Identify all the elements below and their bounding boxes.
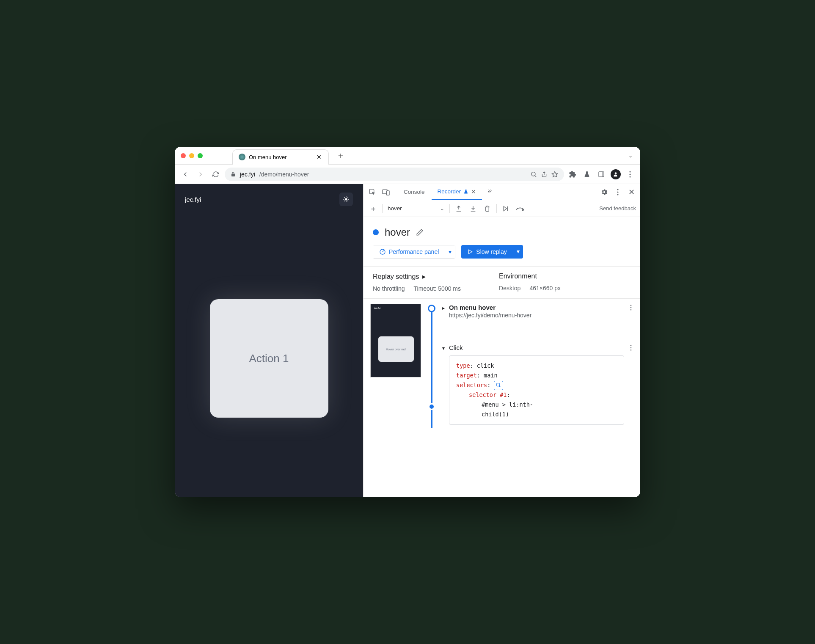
svg-point-8 [629,176,631,177]
performance-panel-button[interactable]: Performance panel ▾ [373,245,455,259]
recording-title: hover [385,226,410,238]
window-controls [181,153,203,158]
slow-replay-button[interactable]: Slow replay ▾ [461,245,523,259]
devtools-kebab-icon[interactable] [611,186,624,198]
svg-marker-24 [504,206,507,211]
selector-num: selector #1 [469,391,507,398]
step-kebab-icon[interactable] [628,344,633,352]
extension-icons [567,168,636,180]
close-tab-icon[interactable]: ✕ [316,154,322,160]
close-devtools-icon[interactable]: ✕ [625,186,638,198]
sidepanel-icon[interactable] [595,168,607,180]
flask-icon [463,189,468,195]
address-bar: jec.fyi/demo/menu-hover [175,165,640,184]
recording-selector[interactable]: hover ⌄ [386,205,446,212]
step-forward-icon[interactable] [500,203,511,214]
browser-tab[interactable]: On menu hover ✕ [232,149,329,165]
page-header: jec.fyi [175,184,363,215]
svg-line-17 [347,197,348,198]
replay-settings-title[interactable]: Replay settings ▸ [373,272,465,281]
add-recording-button[interactable]: ＋ [368,203,379,214]
svg-point-7 [629,173,631,175]
edit-name-icon[interactable] [416,228,424,236]
demo-card[interactable]: Action 1 [210,299,328,418]
delete-icon[interactable] [482,203,493,214]
selector-value-1: #menu > li:nth- [482,401,533,408]
device-toolbar-icon[interactable] [380,186,392,198]
more-tabs-icon[interactable] [483,186,496,198]
browser-window: On menu hover ✕ ＋ ⌄ jec.fyi/demo/menu-ho… [175,147,640,497]
inspect-icon[interactable] [366,186,379,198]
send-feedback-link[interactable]: Send feedback [599,205,636,212]
page-viewport: jec.fyi Action 1 [175,184,363,497]
maximize-window-button[interactable] [198,153,203,158]
viewport-value: 461×660 px [525,285,565,292]
timeout-value: Timeout: 5000 ms [409,285,465,292]
close-window-button[interactable] [181,153,186,158]
svg-line-15 [347,201,348,201]
new-tab-button[interactable]: ＋ [336,150,345,161]
theme-toggle-button[interactable] [339,193,353,206]
timeline-step-icon [430,405,434,409]
kebab-menu-icon[interactable] [624,168,636,180]
replay-arc-icon[interactable] [515,203,526,214]
import-icon[interactable] [468,203,479,214]
svg-point-0 [531,172,535,176]
back-button[interactable] [179,168,192,181]
tab-recorder[interactable]: Recorder ✕ [432,184,482,200]
perf-dropdown-icon[interactable]: ▾ [445,245,455,259]
recording-steps: jec.fyi Hover over me! ▸ On menu h [363,298,640,433]
device-value: Desktop [499,285,525,292]
devtools-tabs: Console Recorder ✕ ✕ [363,184,640,200]
tabs-dropdown-icon[interactable]: ⌄ [628,153,634,159]
svg-point-21 [617,189,618,190]
svg-point-26 [522,209,523,211]
settings-icon[interactable] [598,186,611,198]
selector-value-2: child(1) [482,411,509,418]
step-kebab-icon[interactable] [628,304,633,311]
step-start[interactable]: ▸ On menu hover https://jec.fyi/demo/men… [442,304,633,319]
omnibox[interactable]: jec.fyi/demo/menu-hover [225,168,564,181]
forward-button[interactable] [194,168,207,181]
prop-selectors-key: selectors [456,382,487,388]
svg-point-9 [345,198,347,200]
pick-selector-icon[interactable] [494,381,503,390]
url-path: /demo/menu-hover [259,171,309,178]
prop-target-key: target [456,372,477,379]
replay-dropdown-icon[interactable]: ▾ [513,245,523,259]
step-click-title: Click [449,344,624,351]
share-icon[interactable] [541,171,547,178]
lock-icon [231,171,236,177]
thumb-site-title: jec.fyi [371,304,421,312]
prop-type-val: click [477,362,494,369]
throttling-value: No throttling [373,285,409,292]
card-label: Action 1 [249,352,289,365]
svg-rect-20 [387,190,389,195]
site-title: jec.fyi [185,196,201,203]
labs-icon[interactable] [581,168,593,180]
extensions-icon[interactable] [567,168,578,180]
devtools-panel: Console Recorder ✕ ✕ [363,184,640,497]
export-icon[interactable] [453,203,464,214]
zoom-icon[interactable] [530,171,537,178]
chevron-down-icon: ⌄ [440,206,444,212]
replay-settings: Replay settings ▸ No throttling Timeout:… [363,266,640,298]
recorder-header: hover [363,217,640,245]
step-click[interactable]: ▾ Click type: click target: main selecto… [442,344,633,425]
tab-console[interactable]: Console [398,184,431,200]
step-start-title: On menu hover [449,304,624,311]
minimize-window-button[interactable] [189,153,194,158]
chevron-right-icon: ▸ [442,305,445,311]
bookmark-icon[interactable] [551,171,558,178]
chevron-down-icon: ▾ [442,345,445,351]
reload-button[interactable] [209,168,222,181]
favicon-icon [239,154,245,160]
close-panel-icon[interactable]: ✕ [471,188,476,195]
content-area: jec.fyi Action 1 Console [175,184,640,497]
svg-marker-28 [469,250,472,253]
screenshot-thumbnail[interactable]: jec.fyi Hover over me! [370,304,421,377]
svg-line-16 [344,201,344,201]
recording-indicator-icon [373,229,379,235]
tab-title: On menu hover [249,154,287,160]
profile-avatar[interactable] [610,168,622,180]
